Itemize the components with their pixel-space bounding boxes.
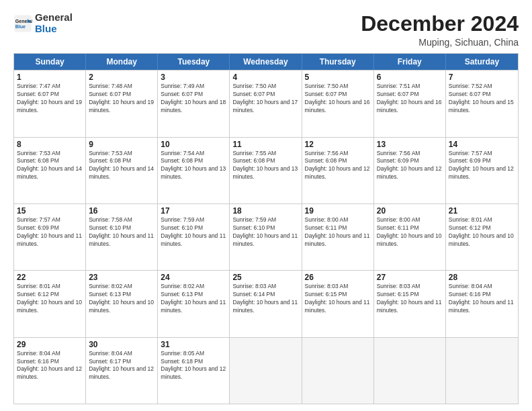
calendar-cell: 27 Sunrise: 8:03 AM Sunset: 6:15 PM Dayl… bbox=[374, 271, 446, 336]
day-number: 25 bbox=[232, 273, 298, 282]
calendar-header: Sunday Monday Tuesday Wednesday Thursday… bbox=[14, 54, 518, 70]
calendar-week-5: 29 Sunrise: 8:04 AM Sunset: 6:16 PM Dayl… bbox=[14, 337, 518, 404]
calendar-cell: 24 Sunrise: 8:02 AM Sunset: 6:13 PM Dayl… bbox=[158, 271, 230, 336]
svg-rect-0 bbox=[14, 15, 31, 32]
calendar-cell bbox=[446, 338, 518, 404]
cell-info: Sunrise: 8:01 AM Sunset: 6:12 PM Dayligh… bbox=[17, 283, 83, 315]
day-number: 12 bbox=[305, 140, 371, 149]
calendar-cell: 3 Sunrise: 7:49 AM Sunset: 6:07 PM Dayli… bbox=[158, 71, 230, 136]
day-number: 13 bbox=[377, 140, 443, 149]
day-number: 7 bbox=[449, 73, 515, 82]
day-number: 1 bbox=[17, 73, 83, 82]
day-number: 26 bbox=[305, 273, 371, 282]
cell-info: Sunrise: 7:56 AM Sunset: 6:09 PM Dayligh… bbox=[377, 150, 443, 182]
day-number: 15 bbox=[17, 206, 83, 216]
day-number: 18 bbox=[232, 206, 298, 216]
day-number: 20 bbox=[377, 206, 443, 216]
day-number: 17 bbox=[161, 206, 226, 216]
cell-info: Sunrise: 7:50 AM Sunset: 6:07 PM Dayligh… bbox=[305, 83, 371, 115]
calendar-cell: 15 Sunrise: 7:57 AM Sunset: 6:09 PM Dayl… bbox=[14, 204, 86, 270]
cell-info: Sunrise: 8:01 AM Sunset: 6:12 PM Dayligh… bbox=[449, 216, 515, 248]
day-number: 10 bbox=[161, 140, 226, 149]
calendar-cell: 12 Sunrise: 7:56 AM Sunset: 6:08 PM Dayl… bbox=[302, 138, 374, 203]
cell-info: Sunrise: 8:02 AM Sunset: 6:13 PM Dayligh… bbox=[89, 283, 154, 315]
calendar-body: 1 Sunrise: 7:47 AM Sunset: 6:07 PM Dayli… bbox=[14, 70, 518, 404]
day-number: 16 bbox=[89, 206, 154, 216]
day-number: 22 bbox=[17, 273, 83, 282]
cell-info: Sunrise: 7:59 AM Sunset: 6:10 PM Dayligh… bbox=[232, 216, 298, 248]
header-saturday: Saturday bbox=[446, 54, 518, 70]
svg-text:Blue: Blue bbox=[15, 24, 26, 29]
cell-info: Sunrise: 7:49 AM Sunset: 6:07 PM Dayligh… bbox=[161, 83, 226, 115]
header-wednesday: Wednesday bbox=[230, 54, 302, 70]
cell-info: Sunrise: 8:03 AM Sunset: 6:14 PM Dayligh… bbox=[232, 283, 298, 315]
cell-info: Sunrise: 7:52 AM Sunset: 6:07 PM Dayligh… bbox=[449, 83, 515, 115]
month-title: December 2024 bbox=[361, 12, 519, 36]
calendar-cell: 19 Sunrise: 8:00 AM Sunset: 6:11 PM Dayl… bbox=[302, 204, 374, 270]
cell-info: Sunrise: 7:53 AM Sunset: 6:08 PM Dayligh… bbox=[89, 150, 154, 182]
cell-info: Sunrise: 8:00 AM Sunset: 6:11 PM Dayligh… bbox=[377, 216, 443, 248]
day-number: 29 bbox=[17, 340, 83, 349]
day-number: 6 bbox=[377, 73, 443, 82]
cell-info: Sunrise: 8:02 AM Sunset: 6:13 PM Dayligh… bbox=[161, 283, 226, 315]
location: Muping, Sichuan, China bbox=[361, 37, 519, 48]
calendar-cell: 10 Sunrise: 7:54 AM Sunset: 6:08 PM Dayl… bbox=[158, 138, 230, 203]
day-number: 3 bbox=[161, 73, 226, 82]
day-number: 11 bbox=[232, 140, 298, 149]
cell-info: Sunrise: 7:51 AM Sunset: 6:07 PM Dayligh… bbox=[377, 83, 443, 115]
calendar-cell: 2 Sunrise: 7:48 AM Sunset: 6:07 PM Dayli… bbox=[86, 71, 158, 136]
calendar-cell: 17 Sunrise: 7:59 AM Sunset: 6:10 PM Dayl… bbox=[158, 204, 230, 270]
cell-info: Sunrise: 7:48 AM Sunset: 6:07 PM Dayligh… bbox=[89, 83, 154, 115]
day-number: 31 bbox=[161, 340, 226, 349]
cell-info: Sunrise: 8:03 AM Sunset: 6:15 PM Dayligh… bbox=[377, 283, 443, 315]
calendar-cell: 14 Sunrise: 7:57 AM Sunset: 6:09 PM Dayl… bbox=[446, 138, 518, 203]
calendar-cell: 8 Sunrise: 7:53 AM Sunset: 6:08 PM Dayli… bbox=[14, 138, 86, 203]
cell-info: Sunrise: 7:58 AM Sunset: 6:10 PM Dayligh… bbox=[89, 216, 154, 248]
cell-info: Sunrise: 7:55 AM Sunset: 6:08 PM Dayligh… bbox=[232, 150, 298, 182]
calendar-cell bbox=[230, 338, 302, 404]
calendar-cell: 16 Sunrise: 7:58 AM Sunset: 6:10 PM Dayl… bbox=[86, 204, 158, 270]
cell-info: Sunrise: 8:00 AM Sunset: 6:11 PM Dayligh… bbox=[305, 216, 371, 248]
calendar-week-4: 22 Sunrise: 8:01 AM Sunset: 6:12 PM Dayl… bbox=[14, 270, 518, 336]
calendar-cell: 4 Sunrise: 7:50 AM Sunset: 6:07 PM Dayli… bbox=[230, 71, 302, 136]
calendar-cell: 20 Sunrise: 8:00 AM Sunset: 6:11 PM Dayl… bbox=[374, 204, 446, 270]
cell-info: Sunrise: 7:57 AM Sunset: 6:09 PM Dayligh… bbox=[17, 216, 83, 248]
calendar-cell: 28 Sunrise: 8:04 AM Sunset: 6:16 PM Dayl… bbox=[446, 271, 518, 336]
day-number: 2 bbox=[89, 73, 154, 82]
page: General Blue General Blue December 2024 … bbox=[0, 0, 532, 411]
day-number: 21 bbox=[449, 206, 515, 216]
calendar-cell: 21 Sunrise: 8:01 AM Sunset: 6:12 PM Dayl… bbox=[446, 204, 518, 270]
calendar-cell: 30 Sunrise: 8:04 AM Sunset: 6:17 PM Dayl… bbox=[86, 338, 158, 404]
calendar-cell: 13 Sunrise: 7:56 AM Sunset: 6:09 PM Dayl… bbox=[374, 138, 446, 203]
day-number: 8 bbox=[17, 140, 83, 149]
calendar-week-3: 15 Sunrise: 7:57 AM Sunset: 6:09 PM Dayl… bbox=[14, 203, 518, 270]
calendar-cell: 29 Sunrise: 8:04 AM Sunset: 6:16 PM Dayl… bbox=[14, 338, 86, 404]
calendar-cell: 5 Sunrise: 7:50 AM Sunset: 6:07 PM Dayli… bbox=[302, 71, 374, 136]
cell-info: Sunrise: 7:47 AM Sunset: 6:07 PM Dayligh… bbox=[17, 83, 83, 115]
title-block: December 2024 Muping, Sichuan, China bbox=[361, 12, 519, 48]
calendar-week-2: 8 Sunrise: 7:53 AM Sunset: 6:08 PM Dayli… bbox=[14, 137, 518, 203]
header-monday: Monday bbox=[86, 54, 158, 70]
calendar-week-1: 1 Sunrise: 7:47 AM Sunset: 6:07 PM Dayli… bbox=[14, 70, 518, 136]
calendar-cell: 18 Sunrise: 7:59 AM Sunset: 6:10 PM Dayl… bbox=[230, 204, 302, 270]
calendar-cell: 7 Sunrise: 7:52 AM Sunset: 6:07 PM Dayli… bbox=[446, 71, 518, 136]
calendar: Sunday Monday Tuesday Wednesday Thursday… bbox=[13, 53, 519, 404]
header-thursday: Thursday bbox=[302, 54, 374, 70]
day-number: 30 bbox=[89, 340, 154, 349]
day-number: 23 bbox=[89, 273, 154, 282]
day-number: 14 bbox=[449, 140, 515, 149]
header: General Blue General Blue December 2024 … bbox=[13, 12, 519, 48]
day-number: 27 bbox=[377, 273, 443, 282]
calendar-cell: 26 Sunrise: 8:03 AM Sunset: 6:15 PM Dayl… bbox=[302, 271, 374, 336]
calendar-cell: 6 Sunrise: 7:51 AM Sunset: 6:07 PM Dayli… bbox=[374, 71, 446, 136]
day-number: 24 bbox=[161, 273, 226, 282]
calendar-cell: 1 Sunrise: 7:47 AM Sunset: 6:07 PM Dayli… bbox=[14, 71, 86, 136]
cell-info: Sunrise: 7:59 AM Sunset: 6:10 PM Dayligh… bbox=[161, 216, 226, 248]
header-tuesday: Tuesday bbox=[158, 54, 230, 70]
header-sunday: Sunday bbox=[14, 54, 86, 70]
cell-info: Sunrise: 7:56 AM Sunset: 6:08 PM Dayligh… bbox=[305, 150, 371, 182]
calendar-cell bbox=[302, 338, 374, 404]
logo: General Blue General Blue bbox=[13, 12, 73, 34]
day-number: 4 bbox=[232, 73, 298, 82]
day-number: 19 bbox=[305, 206, 371, 216]
